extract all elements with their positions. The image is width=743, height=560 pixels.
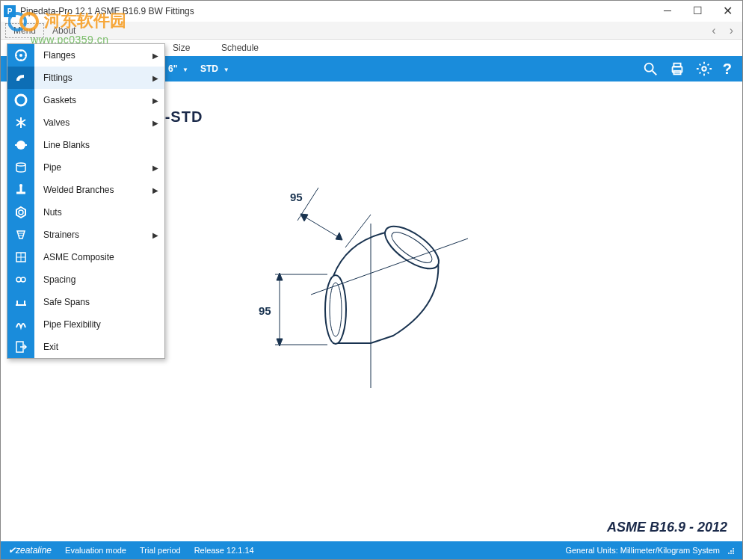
svg-point-49	[730, 553, 732, 554]
svg-point-7	[702, 67, 706, 71]
svg-point-36	[19, 210, 23, 215]
gear-icon[interactable]	[696, 61, 712, 77]
size-selector[interactable]: 6" ▼	[168, 64, 188, 74]
print-icon[interactable]	[669, 61, 685, 77]
menu-item-about[interactable]: About	[44, 23, 84, 38]
svg-rect-32	[15, 144, 27, 146]
svg-point-34	[19, 184, 22, 187]
minimize-button[interactable]: ─	[653, 1, 682, 20]
search-icon[interactable]	[642, 61, 659, 77]
nav-forward-button[interactable]: ›	[725, 24, 738, 37]
menu-item-label: Valves	[37, 117, 152, 128]
menu-item-valves[interactable]: Valves▶	[7, 111, 164, 134]
svg-point-53	[733, 548, 734, 550]
svg-point-29	[25, 55, 26, 56]
window-title: Pipedata-Pro 12.1 ASME B16.9 BW Fittings	[20, 6, 194, 16]
menu-item-label: Spacing	[37, 274, 152, 285]
menu-item-menu[interactable]: Menu	[5, 23, 44, 38]
svg-point-2	[644, 64, 653, 72]
svg-point-48	[733, 553, 734, 554]
menu-item-label: Flanges	[37, 50, 152, 61]
spacing-icon	[7, 268, 34, 291]
blank-icon	[7, 134, 34, 156]
svg-point-50	[733, 550, 734, 552]
menu-item-label: Safe Spans	[37, 297, 152, 307]
svg-point-26	[20, 50, 22, 52]
svg-point-43	[21, 277, 25, 282]
flange-icon	[7, 44, 34, 67]
menu-item-label: Strainers	[37, 230, 152, 240]
svg-point-33	[16, 163, 25, 166]
release-label: Release 12.1.14	[194, 546, 254, 555]
app-icon: P	[4, 5, 16, 17]
menu-item-fittings[interactable]: Fittings▶	[7, 67, 164, 89]
schedule-selector[interactable]: STD ▼	[200, 64, 229, 74]
menu-item-nuts[interactable]: Nuts	[7, 201, 164, 224]
menu-item-label: Pipe Flexibility	[37, 319, 152, 330]
submenu-arrow-icon: ▶	[152, 74, 164, 82]
gasket-icon	[7, 89, 34, 111]
span-icon	[7, 291, 34, 313]
pipe-icon	[7, 156, 34, 179]
composite-icon	[7, 246, 34, 268]
units-label: General Units: Millimeter/Kilogram Syste…	[565, 546, 720, 555]
svg-marker-15	[300, 214, 308, 221]
strainer-icon	[7, 224, 34, 246]
svg-point-52	[730, 550, 732, 552]
help-icon[interactable]: ?	[723, 61, 732, 78]
submenu-arrow-icon: ▶	[152, 231, 164, 239]
menu-item-label: Nuts	[37, 207, 152, 218]
maximize-button[interactable]: ☐	[682, 1, 712, 20]
dimension-top: 95	[290, 191, 303, 203]
size-label: Size	[173, 43, 190, 53]
svg-line-14	[303, 216, 341, 239]
resize-grip-icon[interactable]	[726, 546, 735, 555]
menu-item-safe-spans[interactable]: Safe Spans	[7, 291, 164, 313]
menu-item-label: Line Blanks	[37, 140, 152, 150]
svg-point-25	[19, 54, 22, 57]
schedule-label: Schedule	[221, 43, 259, 53]
svg-point-42	[16, 277, 21, 282]
svg-line-3	[653, 71, 657, 76]
menu-item-pipe-flexibility[interactable]: Pipe Flexibility	[7, 313, 164, 336]
spec-label: ASME B16.9 - 2012	[607, 520, 727, 535]
menu-item-asme-composite[interactable]: ASME Composite	[7, 246, 164, 268]
svg-point-27	[20, 59, 22, 61]
menu-item-label: Exit	[37, 342, 152, 352]
submenu-arrow-icon: ▶	[152, 164, 164, 172]
menu-item-label: Fittings	[37, 73, 152, 83]
fitting-drawing: 95 95	[259, 179, 498, 418]
valve-icon	[7, 111, 34, 134]
menu-item-flanges[interactable]: Flanges▶	[7, 44, 164, 67]
svg-marker-35	[16, 207, 25, 218]
svg-point-30	[16, 95, 26, 105]
svg-point-11	[330, 283, 342, 336]
dimension-left: 95	[259, 304, 271, 317]
main-menu-dropdown: Flanges▶Fittings▶Gaskets▶Valves▶Line Bla…	[7, 43, 165, 359]
flex-icon	[7, 313, 34, 336]
menu-item-strainers[interactable]: Strainers▶	[7, 224, 164, 246]
brand-label: ✔zeataline	[8, 545, 52, 556]
svg-point-28	[16, 55, 17, 56]
menu-item-label: ASME Composite	[37, 252, 152, 262]
menu-item-spacing[interactable]: Spacing	[7, 268, 164, 291]
mode-label: Evaluation mode	[65, 546, 126, 555]
trial-label: Trial period	[140, 546, 181, 555]
menu-item-welded-branches[interactable]: Welded Branches▶	[7, 179, 164, 201]
nut-icon	[7, 201, 34, 224]
exit-icon	[7, 336, 34, 358]
menu-item-pipe[interactable]: Pipe▶	[7, 156, 164, 179]
svg-rect-5	[673, 64, 680, 67]
menu-item-label: Gaskets	[37, 95, 152, 105]
status-bar: ✔zeataline Evaluation mode Trial period …	[1, 541, 742, 559]
menu-item-gaskets[interactable]: Gaskets▶	[7, 89, 164, 111]
nav-back-button[interactable]: ‹	[707, 24, 720, 37]
submenu-arrow-icon: ▶	[152, 119, 164, 127]
fitting-icon	[7, 67, 34, 89]
title-bar: P Pipedata-Pro 12.1 ASME B16.9 BW Fittin…	[1, 1, 742, 22]
menu-item-label: Welded Branches	[37, 185, 152, 195]
menu-item-line-blanks[interactable]: Line Blanks	[7, 134, 164, 156]
svg-point-51	[728, 553, 730, 554]
menu-item-exit[interactable]: Exit	[7, 336, 164, 358]
close-button[interactable]: ✕	[712, 1, 742, 20]
